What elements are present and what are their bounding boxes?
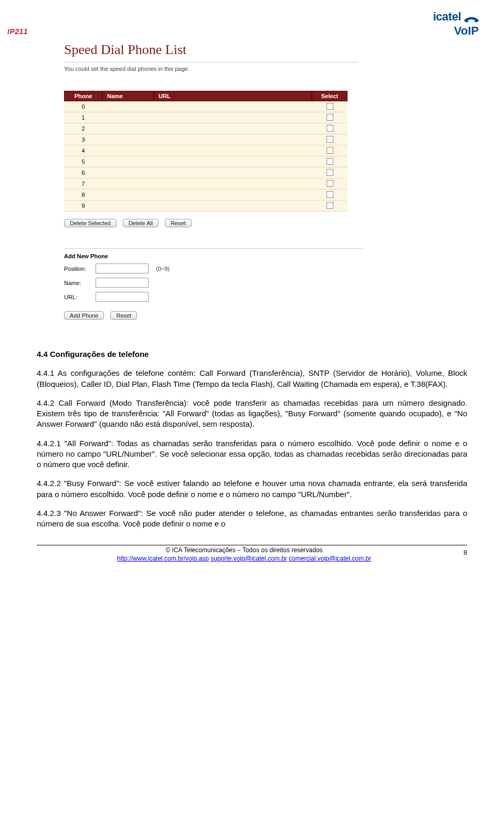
col-phone: Phone bbox=[64, 91, 102, 101]
phone-cell: 5 bbox=[64, 156, 102, 167]
select-checkbox[interactable] bbox=[327, 147, 333, 154]
page-number: 8 bbox=[452, 546, 467, 556]
table-row: 9 bbox=[64, 201, 348, 212]
name-cell bbox=[102, 178, 154, 189]
panel-title: Speed Dial Phone List bbox=[64, 42, 363, 58]
phone-table: Phone Name URL Select 0123456789 bbox=[64, 91, 348, 212]
select-checkbox[interactable] bbox=[327, 202, 333, 209]
paragraph: 4.4.2.2 "Busy Forward": Se você estiver … bbox=[37, 478, 467, 500]
speed-dial-config-panel: Speed Dial Phone List You could set the … bbox=[64, 42, 363, 320]
paragraph: 4.4.2.3 "No Answer Forward": Se você não… bbox=[37, 508, 467, 530]
paragraph: 4.4.2 Call Forward (Modo Transferência):… bbox=[37, 398, 467, 430]
copyright-line: © ICA Telecomunicações – Todos os direit… bbox=[165, 546, 322, 554]
phone-cell: 7 bbox=[64, 178, 102, 189]
page-header: IP211 icatel VoIP bbox=[37, 9, 467, 38]
table-row: 1 bbox=[64, 112, 348, 123]
url-cell bbox=[154, 178, 312, 189]
svg-point-1 bbox=[475, 19, 477, 22]
url-cell bbox=[154, 189, 312, 201]
col-select: Select bbox=[312, 91, 348, 101]
url-cell bbox=[154, 201, 312, 212]
footer-link[interactable]: http://www.icatel.com.br/voip.asp bbox=[117, 555, 209, 562]
name-cell bbox=[102, 134, 154, 145]
phone-cell: 2 bbox=[64, 123, 102, 134]
table-row: 0 bbox=[64, 101, 348, 112]
url-cell bbox=[154, 167, 312, 178]
col-name: Name bbox=[102, 91, 154, 101]
phone-cell: 1 bbox=[64, 112, 102, 123]
phone-cell: 0 bbox=[64, 101, 102, 112]
table-row: 7 bbox=[64, 178, 348, 189]
col-url: URL bbox=[154, 91, 312, 101]
name-cell bbox=[102, 123, 154, 134]
delete-all-button[interactable]: Delete All bbox=[123, 219, 159, 227]
reset-form-button[interactable]: Reset bbox=[110, 311, 137, 320]
phone-cell: 4 bbox=[64, 145, 102, 156]
brand-name-bottom: VoIP bbox=[433, 24, 479, 38]
name-cell bbox=[102, 112, 154, 123]
url-cell bbox=[154, 112, 312, 123]
name-cell bbox=[102, 145, 154, 156]
name-cell bbox=[102, 156, 154, 167]
footer-email-sales[interactable]: comercial.voip@icatel.com.br bbox=[289, 555, 371, 562]
select-checkbox[interactable] bbox=[327, 125, 333, 132]
product-label: IP211 bbox=[7, 9, 28, 36]
table-row: 8 bbox=[64, 189, 348, 201]
name-input[interactable] bbox=[96, 278, 149, 288]
select-checkbox[interactable] bbox=[327, 158, 333, 165]
table-row: 2 bbox=[64, 123, 348, 134]
name-cell bbox=[102, 101, 154, 112]
select-checkbox[interactable] bbox=[327, 180, 333, 187]
select-checkbox[interactable] bbox=[327, 103, 333, 110]
phone-cell: 8 bbox=[64, 189, 102, 201]
select-checkbox[interactable] bbox=[327, 169, 333, 176]
select-checkbox[interactable] bbox=[327, 114, 333, 121]
position-input[interactable] bbox=[96, 264, 149, 273]
name-label: Name: bbox=[64, 280, 90, 286]
phone-arc-icon bbox=[464, 9, 479, 24]
brand-logo: icatel VoIP bbox=[433, 9, 479, 38]
url-cell bbox=[154, 156, 312, 167]
name-cell bbox=[102, 201, 154, 212]
url-label: URL: bbox=[64, 294, 90, 300]
section-heading: 4.4 Configurações de telefone bbox=[37, 349, 467, 360]
footer-email-support[interactable]: suporte.voip@icatel.com.br bbox=[211, 555, 287, 562]
select-checkbox[interactable] bbox=[327, 191, 333, 198]
select-checkbox[interactable] bbox=[327, 136, 333, 143]
table-row: 4 bbox=[64, 145, 348, 156]
delete-selected-button[interactable]: Delete Selected bbox=[64, 219, 117, 227]
position-label: Position: bbox=[64, 266, 90, 272]
paragraph: 4.4.2.1 "All Forward": Todas as chamadas… bbox=[37, 438, 467, 470]
phone-cell: 6 bbox=[64, 167, 102, 178]
page-footer: © ICA Telecomunicações – Todos os direit… bbox=[37, 545, 467, 563]
url-cell bbox=[154, 123, 312, 134]
phone-cell: 9 bbox=[64, 201, 102, 212]
table-row: 3 bbox=[64, 134, 348, 145]
url-cell bbox=[154, 145, 312, 156]
url-input[interactable] bbox=[96, 292, 149, 302]
add-phone-button[interactable]: Add Phone bbox=[64, 311, 104, 320]
name-cell bbox=[102, 189, 154, 201]
document-body: 4.4 Configurações de telefone 4.4.1 As c… bbox=[37, 349, 467, 529]
url-cell bbox=[154, 134, 312, 145]
position-hint: (0~9) bbox=[156, 266, 170, 272]
brand-name-top: icatel bbox=[433, 10, 461, 24]
table-row: 6 bbox=[64, 167, 348, 178]
add-new-phone-heading: Add New Phone bbox=[64, 248, 363, 259]
reset-list-button[interactable]: Reset bbox=[165, 219, 192, 227]
table-row: 5 bbox=[64, 156, 348, 167]
panel-subtitle: You could set the speed dial phones in t… bbox=[64, 62, 358, 72]
svg-point-0 bbox=[466, 19, 468, 22]
paragraph: 4.4.1 As configurações de telefone conté… bbox=[37, 368, 467, 389]
phone-cell: 3 bbox=[64, 134, 102, 145]
name-cell bbox=[102, 167, 154, 178]
url-cell bbox=[154, 101, 312, 112]
